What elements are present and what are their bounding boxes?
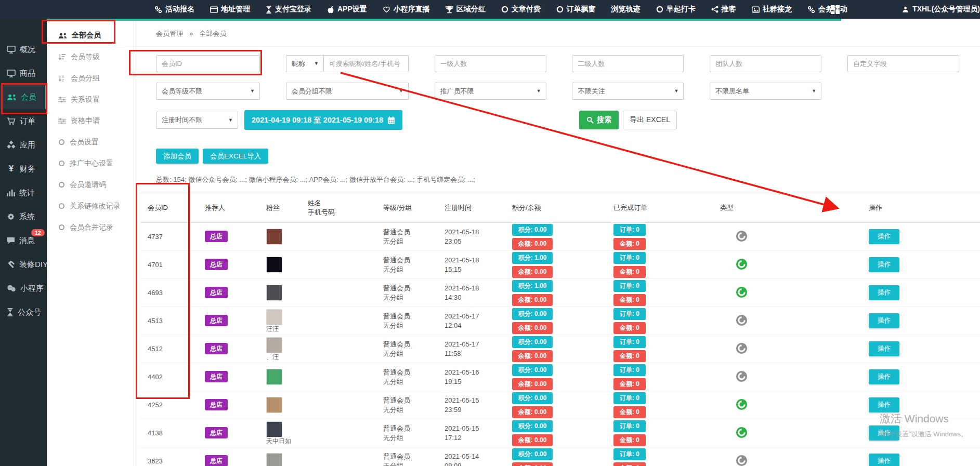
register-time-select[interactable]: 注册时间不限 ▼ <box>156 112 238 129</box>
nav-item-promoter[interactable]: 推客 <box>703 0 744 19</box>
submenu-item-promotion-center[interactable]: 推广中心设置 <box>47 153 134 174</box>
nav-item-address[interactable]: 地址管理 <box>202 0 258 19</box>
orders-cell: 订单: 0 金额: 0 <box>606 336 713 362</box>
top-nav-items: 活动报名 地址管理 支付宝登录 APP设置 小程序直播 区域分红 文章付费 订 <box>147 0 855 19</box>
submenu-item-all-members[interactable]: 全部会员 <box>47 25 134 46</box>
sidebar-item-official-account[interactable]: 公众号 <box>0 300 47 324</box>
wechat-type-icon <box>736 230 748 244</box>
submenu-item-relation-chain-log[interactable]: 关系链修改记录 <box>47 195 134 217</box>
submenu-item-qualification[interactable]: 资格申请 <box>47 110 134 131</box>
member-id-input[interactable] <box>156 55 260 72</box>
custom-field-input[interactable] <box>847 55 959 72</box>
sidebar-item-orders[interactable]: 订单 <box>0 109 47 133</box>
header-level-group: 等级/分组 <box>376 203 437 212</box>
excel-import-button[interactable]: 会员EXCEL导入 <box>203 149 268 164</box>
submenu-item-relation-settings[interactable]: 关系设置 <box>47 89 134 110</box>
sidebar-item-members[interactable]: 会员 <box>0 85 47 109</box>
type-cell <box>713 230 843 244</box>
amount-value: 0 <box>636 464 639 466</box>
keyword-search-input[interactable] <box>323 55 409 72</box>
nav-item-alipay-login[interactable]: 支付宝登录 <box>258 0 319 19</box>
type-cell <box>713 314 843 328</box>
amount-value: 0 <box>636 352 639 360</box>
sidebar-label: 小程序 <box>20 284 44 294</box>
member-level-select[interactable]: 会员等级不限 ▼ <box>156 83 260 100</box>
submenu-item-merge-log[interactable]: 会员合并记录 <box>47 217 134 238</box>
sidebar-item-overview[interactable]: 概况 <box>0 37 47 61</box>
team-count-input[interactable] <box>710 55 821 72</box>
level2-count-input[interactable] <box>572 55 684 72</box>
nav-item-activity-signup[interactable]: 活动报名 <box>147 0 202 19</box>
search-button[interactable]: 搜索 <box>579 111 619 129</box>
amount-value: 0 <box>636 380 639 388</box>
sidebar-item-system[interactable]: 系统 <box>0 205 47 229</box>
amount-badge: 金额: 0 <box>613 322 646 334</box>
user-menu[interactable]: TXHL(公众号管理员) <box>902 5 980 14</box>
nav-item-region-dividend[interactable]: 区域分红 <box>438 0 493 19</box>
member-group-select[interactable]: 会员分组不限 ▼ <box>286 83 409 100</box>
select-value: 注册时间不限 <box>162 115 202 125</box>
nav-label: 地址管理 <box>221 5 250 14</box>
row-action-button[interactable]: 操作 <box>869 285 899 300</box>
nav-item-miniprogram-live[interactable]: 小程序直播 <box>375 0 438 19</box>
nav-item-order-popup[interactable]: 订单飘窗 <box>548 0 604 19</box>
action-cell: 操作 <box>843 257 980 272</box>
level1-count-input[interactable] <box>435 55 546 72</box>
submenu-item-member-levels[interactable]: 会员等级 <box>47 46 134 68</box>
orders-cell: 订单: 0 金额: 0 <box>606 224 713 250</box>
add-member-button[interactable]: 添加会员 <box>156 149 199 164</box>
nav-item-group-chain[interactable]: 社群接龙 <box>744 0 800 19</box>
sidebar-item-messages[interactable]: 消息 12 <box>0 229 47 252</box>
sidebar-item-miniprogram[interactable]: 小程序 <box>0 276 47 300</box>
header-referrer: 推荐人 <box>198 203 259 212</box>
grid-icon[interactable] <box>831 5 840 14</box>
points-badge: 积分: 0.00 <box>512 224 553 236</box>
export-excel-button[interactable]: 导出 EXCEL <box>623 111 677 129</box>
follow-status-select[interactable]: 不限关注 ▼ <box>572 83 684 100</box>
submenu-label: 资格申请 <box>71 116 100 126</box>
row-action-button[interactable]: 操作 <box>869 454 899 466</box>
submenu-item-member-groups[interactable]: AZ 会员分组 <box>47 68 134 89</box>
reg-clock: 23:05 <box>445 237 505 246</box>
sidebar-item-goods[interactable]: 商品 <box>0 61 47 85</box>
level-value: 普通会员 <box>383 228 437 237</box>
submenu-item-invite-code[interactable]: 会员邀请码 <box>47 174 134 195</box>
balance-value: 0.00 <box>534 464 546 466</box>
points-label: 积分: <box>518 338 533 345</box>
sidebar-item-statistics[interactable]: 统计 <box>0 181 47 205</box>
action-cell: 操作 <box>843 369 980 384</box>
balance-label: 余额: <box>518 324 533 331</box>
nav-item-app-settings[interactable]: APP设置 <box>319 0 375 19</box>
header-reg-time: 注册时间 <box>437 203 505 212</box>
date-range-value: 2021-04-19 09:18 至 2021-05-19 09:18 <box>252 115 383 125</box>
nav-item-browse-track[interactable]: 浏览轨迹 <box>604 0 648 19</box>
users-icon <box>58 32 67 39</box>
referrer-badge: 总店 <box>205 315 228 326</box>
nav-item-article-pay[interactable]: 文章付费 <box>493 0 548 19</box>
row-action-button[interactable]: 操作 <box>869 313 899 328</box>
row-action-button[interactable]: 操作 <box>869 341 899 356</box>
row-action-button[interactable]: 操作 <box>869 257 899 272</box>
promoter-select[interactable]: 推广员不限 ▼ <box>435 83 546 100</box>
row-action-button[interactable]: 操作 <box>869 369 899 384</box>
date-range-button[interactable]: 2021-04-19 09:18 至 2021-05-19 09:18 <box>244 110 402 130</box>
row-action-button[interactable]: 操作 <box>869 229 899 244</box>
sidebar-label: 应用 <box>20 140 35 150</box>
wechat-type-icon <box>736 427 748 440</box>
nav-item-early-checkin[interactable]: 早起打卡 <box>648 0 703 19</box>
sidebar-item-finance[interactable]: ¥ 财务 <box>0 157 47 181</box>
sidebar-item-decorate-diy[interactable]: 装修DIY <box>0 252 47 276</box>
sidebar-item-apps[interactable]: 应用 <box>0 133 47 157</box>
member-id-cell: 4737 <box>140 233 198 241</box>
header-member-id: 会员ID <box>140 203 198 212</box>
breadcrumb-parent[interactable]: 会员管理 <box>156 29 183 38</box>
nickname-field-select[interactable]: 昵称 ▼ <box>286 55 323 72</box>
blacklist-select[interactable]: 不限黑名单 ▼ <box>710 83 821 100</box>
table-row: 4402 总店 普通会员 无分组 2021-05-16 19:15 积分: 0.… <box>140 363 980 391</box>
nav-label: 推客 <box>722 5 736 14</box>
circle-icon <box>58 224 65 231</box>
submenu-label: 会员合并记录 <box>70 223 113 232</box>
submenu-item-member-settings[interactable]: 会员设置 <box>47 131 134 153</box>
nav-label: 区域分红 <box>456 5 486 14</box>
row-action-button[interactable]: 操作 <box>869 397 899 412</box>
